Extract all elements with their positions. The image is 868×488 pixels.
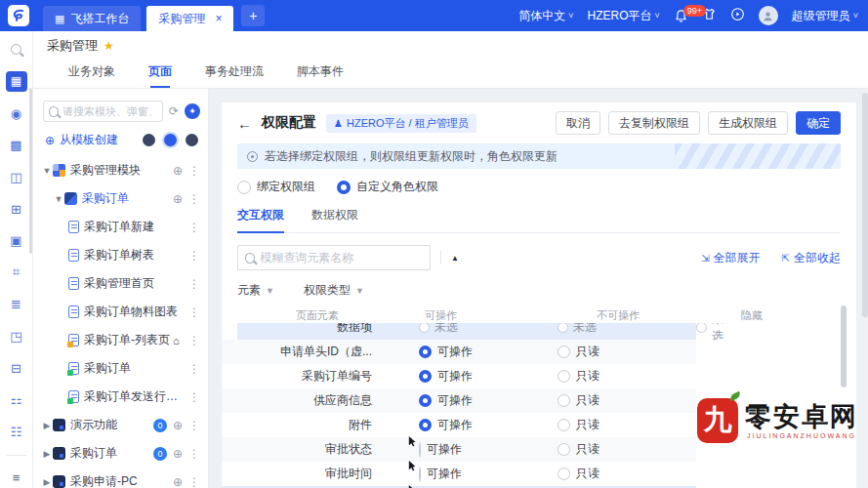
tree-item-purchase-request-pc[interactable]: ▶ 采购申请-PC ⊕⋮ bbox=[33, 468, 208, 488]
table-group-row[interactable]: 数据项 未选 未选 未选 bbox=[237, 323, 696, 340]
radio-custom-role[interactable]: 自定义角色权限 bbox=[337, 179, 438, 195]
user-menu[interactable]: 超级管理员 ˅ bbox=[792, 8, 858, 24]
radio-unchecked-icon[interactable] bbox=[696, 323, 707, 333]
group-option-hidden[interactable]: 未选 bbox=[696, 323, 723, 340]
add-icon[interactable]: ⊕ bbox=[173, 419, 183, 432]
table-row[interactable]: 采购订单编号 可操作 只读 bbox=[222, 364, 696, 388]
collapse-toggle-icon[interactable]: ▲ bbox=[451, 254, 459, 263]
more-icon[interactable]: ⋮ bbox=[188, 249, 200, 263]
tab-page[interactable]: 页面 bbox=[148, 63, 172, 88]
tree-item-po-page[interactable]: 采购订单 ⋮ bbox=[33, 354, 208, 383]
more-icon[interactable]: ⋮ bbox=[188, 447, 200, 461]
copy-permission-group-button[interactable]: 去复制权限组 bbox=[608, 111, 700, 135]
more-icon[interactable]: ⋮ bbox=[188, 277, 200, 291]
radio-unchecked-icon[interactable] bbox=[558, 370, 570, 383]
rail-item-flow[interactable]: ⚏ bbox=[6, 389, 27, 411]
more-icon[interactable]: ⋮ bbox=[188, 221, 200, 234]
add-icon[interactable]: ⊕ bbox=[173, 164, 183, 178]
tree-item-list-page[interactable]: 采购订单-列表页 ⌂ ⋮ bbox=[33, 326, 208, 354]
more-icon[interactable]: ⋮ bbox=[188, 475, 200, 488]
filter-element-dropdown[interactable]: 元素 ▼ bbox=[237, 282, 274, 299]
create-from-template-link[interactable]: ⊕ 从模板创建 bbox=[45, 132, 118, 148]
rail-item-section[interactable]: ⊟ bbox=[6, 357, 27, 379]
rail-item-table[interactable]: ☷ bbox=[6, 422, 27, 443]
table-scrollbar[interactable] bbox=[841, 305, 847, 387]
status-dot-3[interactable] bbox=[186, 134, 198, 146]
radio-unchecked-icon[interactable] bbox=[419, 442, 421, 458]
group-option-operable[interactable]: 未选 bbox=[419, 323, 458, 336]
language-selector[interactable]: 简体中文 ˅ bbox=[518, 8, 573, 24]
radio-unchecked-icon[interactable] bbox=[558, 346, 570, 358]
rail-item-theme[interactable]: ◉ bbox=[6, 102, 27, 124]
table-row[interactable]: 审批时间 可操作 只读 bbox=[222, 462, 696, 486]
rail-item-list[interactable]: ≣ bbox=[6, 294, 27, 315]
radio-unchecked-icon[interactable] bbox=[558, 394, 570, 407]
radio-unchecked-icon[interactable] bbox=[558, 323, 568, 333]
tree-item-po-group[interactable]: ▶ 采购订单 0⊕⋮ bbox=[33, 439, 208, 468]
radio-unchecked-icon[interactable] bbox=[419, 323, 430, 333]
more-icon[interactable]: ⋮ bbox=[188, 390, 200, 404]
radio-checked-icon[interactable] bbox=[337, 181, 351, 194]
tab-business-object[interactable]: 业务对象 bbox=[68, 63, 115, 88]
radio-unchecked-icon[interactable] bbox=[558, 419, 570, 431]
tree-search-box[interactable] bbox=[43, 101, 163, 122]
rail-item-window[interactable]: ◳ bbox=[6, 326, 27, 347]
filter-permission-type-dropdown[interactable]: 权限类型 ▼ bbox=[304, 282, 364, 299]
rail-item-outline[interactable]: ≡ bbox=[6, 467, 27, 488]
help-video-button[interactable] bbox=[730, 7, 745, 24]
tab-interaction-permission[interactable]: 交互权限 bbox=[237, 207, 284, 232]
more-icon[interactable]: ⋮ bbox=[188, 305, 200, 319]
collapse-all-link[interactable]: ⇱ 全部收起 bbox=[782, 250, 841, 266]
tab-transaction-flow[interactable]: 事务处理流 bbox=[205, 63, 264, 88]
table-row[interactable]: 审批状态 可操作 只读 bbox=[222, 437, 696, 462]
rail-item-panel[interactable]: ◫ bbox=[6, 167, 27, 188]
cancel-button[interactable]: 取消 bbox=[556, 111, 600, 135]
radio-checked-icon[interactable] bbox=[419, 346, 432, 358]
avatar[interactable] bbox=[759, 6, 778, 25]
tree-item-po-create[interactable]: 采购订单新建 ⋮ bbox=[33, 213, 208, 241]
rail-item-image[interactable]: ⊞ bbox=[6, 198, 27, 220]
tab-data-permission[interactable]: 数据权限 bbox=[311, 207, 358, 232]
more-icon[interactable]: ⋮ bbox=[188, 192, 200, 206]
notification-button[interactable]: 99+ bbox=[674, 9, 688, 23]
tree-item-module[interactable]: ▼ 采购管理模块 ⊕⋮ bbox=[33, 156, 208, 184]
generate-permission-group-button[interactable]: 生成权限组 bbox=[708, 111, 788, 135]
platform-selector[interactable]: HZERO平台 ˅ bbox=[587, 8, 659, 24]
radio-checked-icon[interactable] bbox=[419, 394, 432, 407]
chevron-right-icon[interactable]: ▶ bbox=[41, 449, 53, 459]
chevron-right-icon[interactable]: ▶ bbox=[41, 477, 53, 487]
tab-script-event[interactable]: 脚本事件 bbox=[297, 63, 344, 88]
table-row[interactable]: 附件 可操作 只读 bbox=[222, 413, 696, 437]
tree-item-purchase-order[interactable]: ▼ 采购订单 ⊕⋮ bbox=[33, 184, 208, 213]
table-row[interactable]: 供应商信息 可操作 只读 bbox=[222, 388, 696, 413]
group-option-not-operable[interactable]: 未选 bbox=[558, 323, 597, 336]
more-icon[interactable]: ⋮ bbox=[188, 419, 200, 432]
radio-unchecked-icon[interactable] bbox=[237, 181, 251, 194]
rail-item-components[interactable]: ▦ bbox=[6, 71, 27, 93]
tree-item-home[interactable]: 采购管理首页 ⋮ bbox=[33, 269, 208, 298]
tree-item-po-tree-table[interactable]: 采购订单树表 ⋮ bbox=[33, 241, 208, 269]
tree-search-input[interactable] bbox=[62, 105, 157, 117]
back-arrow-icon[interactable]: ← bbox=[237, 115, 252, 132]
rail-scrollbar[interactable] bbox=[29, 88, 32, 254]
radio-checked-icon[interactable] bbox=[419, 419, 432, 431]
tree-item-material-chart[interactable]: 采购订单物料图表 ⋮ bbox=[33, 298, 208, 326]
tab-workspace[interactable]: ▦ 飞搭工作台 bbox=[43, 6, 141, 31]
favorite-star-icon[interactable]: ★ bbox=[103, 39, 114, 53]
confirm-button[interactable]: 确定 bbox=[796, 111, 841, 135]
chevron-right-icon[interactable]: ▶ bbox=[41, 421, 53, 430]
expand-all-link[interactable]: ⇲ 全部展开 bbox=[701, 250, 760, 266]
chevron-down-icon[interactable]: ▼ bbox=[53, 194, 64, 204]
status-dot-1[interactable] bbox=[143, 134, 155, 146]
add-icon[interactable]: ⊕ bbox=[173, 447, 183, 461]
rail-item-grid[interactable]: ▩ bbox=[6, 135, 27, 156]
rail-search-button[interactable] bbox=[6, 39, 27, 61]
more-icon[interactable]: ⋮ bbox=[188, 362, 200, 376]
app-logo[interactable] bbox=[8, 5, 29, 26]
add-icon[interactable]: ⊕ bbox=[173, 475, 183, 488]
chevron-down-icon[interactable]: ▼ bbox=[41, 166, 53, 176]
add-icon[interactable]: ⊕ bbox=[173, 192, 183, 206]
assistant-button[interactable]: ✦ bbox=[185, 103, 200, 119]
radio-unchecked-icon[interactable] bbox=[558, 443, 570, 456]
radio-unchecked-icon[interactable] bbox=[419, 467, 421, 482]
